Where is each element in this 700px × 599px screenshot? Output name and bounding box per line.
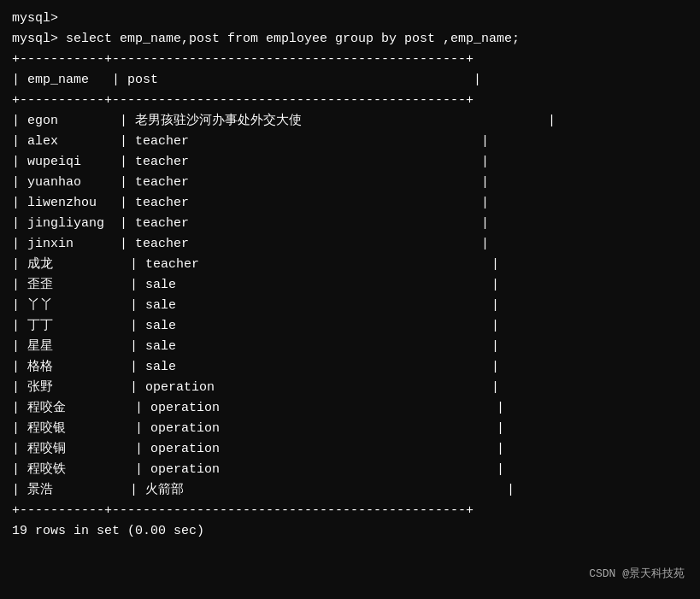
table-row: | 成龙 | teacher |	[12, 255, 688, 275]
table-row: | 程咬铁 | operation |	[12, 460, 688, 480]
table-row: | 程咬银 | operation |	[12, 419, 688, 439]
table-row: | jingliyang | teacher |	[12, 214, 688, 234]
table-row: | jinxin | teacher |	[12, 234, 688, 255]
table-row: | 丫丫 | sale |	[12, 296, 688, 316]
watermark: CSDN @景天科技苑	[589, 566, 685, 584]
table-row: | 星星 | sale |	[12, 337, 688, 357]
table-row: | 景浩 | 火箭部 |	[12, 480, 688, 501]
table-row: | 格格 | sale |	[12, 357, 688, 378]
prompt-empty: mysql>	[12, 9, 688, 29]
prompt-query: mysql> select emp_name,post from employe…	[12, 29, 688, 50]
table-row: | 张野 | operation |	[12, 378, 688, 398]
table-row: | 丁丁 | sale |	[12, 316, 688, 337]
table-row: | yuanhao | teacher |	[12, 173, 688, 193]
table-row: | wupeiqi | teacher |	[12, 152, 688, 173]
table-row: | 程咬金 | operation |	[12, 398, 688, 419]
table-row: | egon | 老男孩驻沙河办事处外交大使 |	[12, 111, 688, 132]
table-row: | alex | teacher |	[12, 132, 688, 152]
table-row: | 程咬铜 | operation |	[12, 439, 688, 460]
table-row: | liwenzhou | teacher |	[12, 193, 688, 214]
table-output: +-----------+---------------------------…	[12, 50, 688, 542]
table-row: | 歪歪 | sale |	[12, 275, 688, 296]
terminal: mysql> mysql> select emp_name,post from …	[12, 9, 688, 50]
